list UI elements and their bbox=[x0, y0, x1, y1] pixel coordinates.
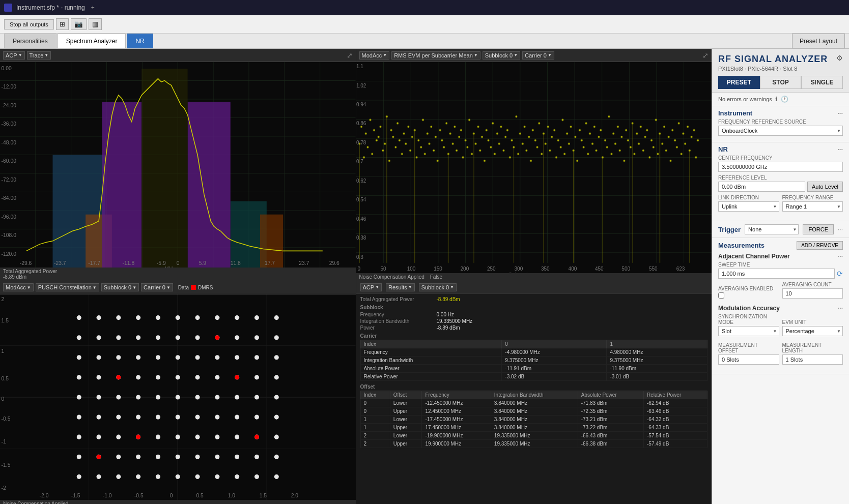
svg-point-313 bbox=[176, 375, 180, 379]
mod-accuracy-menu-icon[interactable]: ··· bbox=[838, 305, 843, 312]
trigger-select-wrapper: None bbox=[745, 224, 799, 234]
sync-icon[interactable]: ⟳ bbox=[837, 270, 843, 278]
data-color-indicator bbox=[191, 285, 196, 290]
freq-ref-select[interactable]: OnboardClock bbox=[718, 126, 843, 136]
svg-point-347 bbox=[195, 435, 200, 439]
stop-button[interactable]: STOP bbox=[760, 76, 802, 89]
svg-point-91 bbox=[401, 153, 403, 155]
camera-icon-button[interactable]: 📷 bbox=[71, 18, 87, 30]
sweep-time-input[interactable] bbox=[718, 269, 835, 279]
svg-point-129 bbox=[481, 136, 483, 138]
svg-text:0.38: 0.38 bbox=[356, 235, 366, 241]
instrument-menu-icon[interactable]: ··· bbox=[837, 109, 843, 117]
modacc-dropdown[interactable]: ModAcc ▼ bbox=[359, 51, 390, 60]
svg-rect-25 bbox=[142, 69, 188, 268]
svg-point-196 bbox=[623, 160, 625, 162]
stop-all-outputs-button[interactable]: Stop all outputs bbox=[4, 19, 54, 29]
acp-results-dropdown[interactable]: ACP ▼ bbox=[360, 283, 382, 291]
clock-icon[interactable]: 🕐 bbox=[781, 96, 788, 103]
tab-nr[interactable]: NR bbox=[127, 34, 153, 48]
preset-layout-button[interactable]: Preset Layout bbox=[792, 34, 845, 48]
acp-dropdown[interactable]: ACP ▼ bbox=[3, 51, 25, 60]
averaging-count-input[interactable] bbox=[782, 288, 843, 299]
trigger-select[interactable]: None bbox=[745, 224, 799, 234]
modacc-const-dropdown[interactable]: ModAcc ▼ bbox=[3, 283, 34, 291]
single-button[interactable]: SINGLE bbox=[801, 76, 843, 89]
ref-level-input[interactable] bbox=[718, 182, 805, 192]
svg-text:-24.00: -24.00 bbox=[2, 103, 17, 108]
svg-point-209 bbox=[650, 139, 653, 141]
svg-point-230 bbox=[695, 156, 697, 158]
freq-range-select[interactable]: Range 1 bbox=[782, 201, 843, 212]
trace-dropdown[interactable]: Trace ▼ bbox=[27, 51, 51, 60]
svg-point-164 bbox=[555, 156, 557, 158]
svg-point-315 bbox=[215, 375, 219, 379]
svg-point-121 bbox=[464, 139, 466, 141]
link-dir-select[interactable]: Uplink bbox=[718, 201, 779, 212]
svg-text:-72.00: -72.00 bbox=[2, 177, 17, 183]
gear-icon[interactable]: ⚙ bbox=[836, 54, 843, 62]
svg-point-367 bbox=[156, 475, 160, 479]
svg-point-355 bbox=[136, 455, 140, 459]
panel-constellation: ModAcc ▼ PUSCH Constellation ▼ Subblock … bbox=[0, 281, 356, 504]
expand-icon[interactable]: ⤢ bbox=[347, 51, 353, 60]
meas-offset-input[interactable] bbox=[718, 354, 779, 365]
nr-menu-icon[interactable]: ··· bbox=[837, 145, 843, 153]
svg-point-106 bbox=[433, 150, 435, 152]
svg-point-88 bbox=[394, 146, 397, 148]
svg-point-177 bbox=[582, 146, 584, 148]
svg-point-173 bbox=[574, 136, 576, 138]
svg-point-320 bbox=[97, 395, 101, 399]
meas-length-input[interactable] bbox=[782, 354, 843, 365]
svg-text:-60.00: -60.00 bbox=[2, 158, 17, 164]
preset-button[interactable]: PRESET bbox=[718, 76, 760, 89]
pusch-const-dropdown[interactable]: PUSCH Constellation ▼ bbox=[36, 283, 99, 291]
svg-point-283 bbox=[235, 315, 239, 320]
sync-evm-row: SYNCHRONIZATION MODE Slot EVM UNIT Perce… bbox=[718, 314, 843, 339]
svg-point-325 bbox=[195, 395, 200, 399]
carrier-const-dropdown[interactable]: Carrier 0 ▼ bbox=[141, 283, 173, 291]
center-freq-input[interactable] bbox=[718, 162, 843, 172]
svg-text:-96.00: -96.00 bbox=[2, 214, 17, 220]
expand-evm-icon[interactable]: ⤢ bbox=[702, 51, 709, 60]
carrier-0-dropdown[interactable]: Carrier 0 ▼ bbox=[522, 51, 554, 60]
svg-text:17.7: 17.7 bbox=[265, 260, 275, 266]
adj-channel-menu-icon[interactable]: ··· bbox=[838, 253, 843, 260]
svg-point-194 bbox=[618, 150, 620, 152]
subblock-results-dropdown[interactable]: Subblock 0 ▼ bbox=[419, 283, 457, 291]
svg-point-122 bbox=[466, 146, 468, 148]
tab-personalities[interactable]: Personalities bbox=[4, 34, 56, 48]
subblock-const-dropdown[interactable]: Subblock 0 ▼ bbox=[101, 283, 139, 291]
svg-point-377 bbox=[254, 435, 259, 439]
svg-text:550: 550 bbox=[649, 265, 658, 271]
svg-point-376 bbox=[136, 435, 140, 439]
svg-point-128 bbox=[479, 150, 481, 152]
averaging-enabled-checkbox[interactable] bbox=[718, 292, 724, 299]
svg-point-104 bbox=[428, 143, 430, 145]
info-icon[interactable]: ℹ bbox=[775, 96, 778, 103]
svg-rect-23 bbox=[102, 102, 142, 268]
auto-level-button[interactable]: Auto Level bbox=[807, 182, 843, 192]
svg-text:-2.0: -2.0 bbox=[40, 493, 49, 498]
svg-point-126 bbox=[474, 143, 476, 145]
add-tab-btn[interactable]: + bbox=[91, 4, 95, 11]
svg-point-224 bbox=[682, 133, 684, 135]
rms-evm-dropdown[interactable]: RMS EVM per Subcarrier Mean ▼ bbox=[391, 51, 480, 60]
force-button[interactable]: FORCE bbox=[803, 224, 834, 234]
svg-text:-2: -2 bbox=[2, 485, 6, 491]
panels-area: ACP ▼ Trace ▼ ⤢ bbox=[0, 49, 712, 504]
grid-icon-button[interactable]: ⊞ bbox=[56, 18, 69, 30]
svg-point-282 bbox=[215, 315, 219, 320]
results-dropdown[interactable]: Results ▼ bbox=[386, 283, 415, 291]
svg-point-87 bbox=[392, 136, 394, 138]
evm-unit-select[interactable]: Percentage bbox=[782, 326, 843, 336]
subblock-0-dropdown[interactable]: Subblock 0 ▼ bbox=[483, 51, 520, 60]
sync-mode-select[interactable]: Slot bbox=[718, 326, 779, 336]
tab-spectrum-analyzer[interactable]: Spectrum Analyzer bbox=[58, 34, 126, 48]
svg-point-108 bbox=[436, 160, 438, 162]
add-remove-button[interactable]: ADD / REMOVE bbox=[797, 241, 843, 250]
trigger-menu-icon[interactable]: ··· bbox=[838, 226, 843, 233]
svg-text:2.0: 2.0 bbox=[291, 493, 299, 498]
layout-icon-button[interactable]: ▦ bbox=[89, 18, 102, 30]
svg-point-220 bbox=[674, 139, 676, 141]
